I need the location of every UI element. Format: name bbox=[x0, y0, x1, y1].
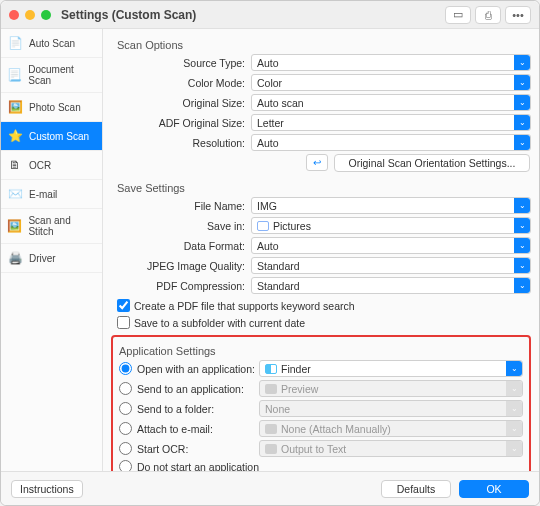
open-with-select[interactable]: Finder⌄ bbox=[259, 360, 523, 377]
source-type-select[interactable]: Auto⌄ bbox=[251, 54, 531, 71]
finder-icon bbox=[265, 364, 277, 374]
sidebar-item-driver[interactable]: 🖨️ Driver bbox=[1, 244, 102, 273]
sidebar-item-custom-scan[interactable]: ⭐ Custom Scan bbox=[1, 122, 102, 151]
chevron-down-icon: ⌄ bbox=[506, 401, 522, 416]
app-settings-title: Application Settings bbox=[119, 341, 523, 360]
send-folder-radio[interactable] bbox=[119, 402, 132, 415]
minimize-icon[interactable] bbox=[25, 10, 35, 20]
jpeg-quality-label: JPEG Image Quality: bbox=[111, 260, 251, 272]
ocr-icon: 🗎 bbox=[7, 157, 23, 173]
send-folder-label: Send to a folder: bbox=[137, 403, 214, 415]
data-format-label: Data Format: bbox=[111, 240, 251, 252]
original-size-select[interactable]: Auto scan⌄ bbox=[251, 94, 531, 111]
mail-icon bbox=[265, 424, 277, 434]
document-scan-icon: 📃 bbox=[7, 67, 22, 83]
send-app-label: Send to an application: bbox=[137, 383, 244, 395]
adf-size-label: ADF Original Size: bbox=[111, 117, 251, 129]
sidebar: 📄 Auto Scan 📃 Document Scan 🖼️ Photo Sca… bbox=[1, 29, 103, 471]
chevron-down-icon: ⌄ bbox=[514, 135, 530, 150]
subfolder-checkbox[interactable] bbox=[117, 316, 130, 329]
titlebar: Settings (Custom Scan) ▭ ⎙ ••• bbox=[1, 1, 539, 29]
chevron-down-icon: ⌄ bbox=[514, 258, 530, 273]
open-with-radio[interactable] bbox=[119, 362, 132, 375]
chevron-down-icon: ⌄ bbox=[514, 278, 530, 293]
reset-icon[interactable]: ↩︎ bbox=[306, 154, 328, 171]
custom-scan-icon: ⭐ bbox=[7, 128, 23, 144]
subfolder-label: Save to a subfolder with current date bbox=[134, 317, 305, 329]
sidebar-item-document-scan[interactable]: 📃 Document Scan bbox=[1, 58, 102, 93]
preview-icon bbox=[265, 384, 277, 394]
scan-options-title: Scan Options bbox=[111, 35, 531, 54]
color-mode-select[interactable]: Color⌄ bbox=[251, 74, 531, 91]
start-ocr-radio[interactable] bbox=[119, 442, 132, 455]
stitch-icon: 🖼️ bbox=[7, 218, 22, 234]
auto-scan-icon: 📄 bbox=[7, 35, 23, 51]
save-in-label: Save in: bbox=[111, 220, 251, 232]
application-settings-box: Application Settings Open with an applic… bbox=[111, 335, 531, 471]
pdf-compression-label: PDF Compression: bbox=[111, 280, 251, 292]
save-settings-title: Save Settings bbox=[111, 178, 531, 197]
sidebar-item-label: Scan and Stitch bbox=[28, 215, 96, 237]
sidebar-item-label: Custom Scan bbox=[29, 131, 89, 142]
sidebar-item-scan-stitch[interactable]: 🖼️ Scan and Stitch bbox=[1, 209, 102, 244]
send-folder-select: None⌄ bbox=[259, 400, 523, 417]
sidebar-item-photo-scan[interactable]: 🖼️ Photo Scan bbox=[1, 93, 102, 122]
toolbar-more-icon[interactable]: ••• bbox=[505, 6, 531, 24]
sidebar-item-email[interactable]: ✉️ E-mail bbox=[1, 180, 102, 209]
footer: Instructions Defaults OK bbox=[1, 471, 539, 505]
pdf-keyword-label: Create a PDF file that supports keyword … bbox=[134, 300, 355, 312]
instructions-button[interactable]: Instructions bbox=[11, 480, 83, 498]
main-panel: Scan Options Source Type: Auto⌄ Color Mo… bbox=[103, 29, 539, 471]
attach-email-label: Attach to e-mail: bbox=[137, 423, 213, 435]
source-type-label: Source Type: bbox=[111, 57, 251, 69]
chevron-down-icon: ⌄ bbox=[506, 421, 522, 436]
chevron-down-icon: ⌄ bbox=[514, 238, 530, 253]
zoom-icon[interactable] bbox=[41, 10, 51, 20]
folder-icon bbox=[257, 221, 269, 231]
resolution-select[interactable]: Auto⌄ bbox=[251, 134, 531, 151]
chevron-down-icon: ⌄ bbox=[514, 75, 530, 90]
file-name-label: File Name: bbox=[111, 200, 251, 212]
sidebar-item-label: OCR bbox=[29, 160, 51, 171]
photo-scan-icon: 🖼️ bbox=[7, 99, 23, 115]
orientation-settings-button[interactable]: Original Scan Orientation Settings... bbox=[334, 154, 530, 172]
attach-email-radio[interactable] bbox=[119, 422, 132, 435]
ok-button[interactable]: OK bbox=[459, 480, 529, 498]
toolbar-print-icon[interactable]: ⎙ bbox=[475, 6, 501, 24]
window-controls bbox=[9, 10, 51, 20]
do-not-start-label: Do not start an application bbox=[137, 461, 259, 472]
email-icon: ✉️ bbox=[7, 186, 23, 202]
sidebar-item-auto-scan[interactable]: 📄 Auto Scan bbox=[1, 29, 102, 58]
adf-size-select[interactable]: Letter⌄ bbox=[251, 114, 531, 131]
save-in-select[interactable]: Pictures⌄ bbox=[251, 217, 531, 234]
sidebar-item-label: Driver bbox=[29, 253, 56, 264]
sidebar-item-ocr[interactable]: 🗎 OCR bbox=[1, 151, 102, 180]
sidebar-item-label: E-mail bbox=[29, 189, 57, 200]
do-not-start-radio[interactable] bbox=[119, 460, 132, 471]
open-with-label: Open with an application: bbox=[137, 363, 255, 375]
driver-icon: 🖨️ bbox=[7, 250, 23, 266]
chevron-down-icon: ⌄ bbox=[506, 361, 522, 376]
chevron-down-icon: ⌄ bbox=[506, 381, 522, 396]
sidebar-item-label: Photo Scan bbox=[29, 102, 81, 113]
chevron-down-icon: ⌄ bbox=[514, 55, 530, 70]
file-name-input[interactable]: IMG⌄ bbox=[251, 197, 531, 214]
pdf-keyword-checkbox[interactable] bbox=[117, 299, 130, 312]
send-app-select: Preview⌄ bbox=[259, 380, 523, 397]
sidebar-item-label: Document Scan bbox=[28, 64, 96, 86]
settings-window: Settings (Custom Scan) ▭ ⎙ ••• 📄 Auto Sc… bbox=[0, 0, 540, 506]
start-ocr-label: Start OCR: bbox=[137, 443, 188, 455]
chevron-down-icon: ⌄ bbox=[514, 115, 530, 130]
jpeg-quality-select[interactable]: Standard⌄ bbox=[251, 257, 531, 274]
window-title: Settings (Custom Scan) bbox=[61, 8, 196, 22]
send-app-radio[interactable] bbox=[119, 382, 132, 395]
color-mode-label: Color Mode: bbox=[111, 77, 251, 89]
attach-email-select: None (Attach Manually)⌄ bbox=[259, 420, 523, 437]
close-icon[interactable] bbox=[9, 10, 19, 20]
toolbar-scan-icon[interactable]: ▭ bbox=[445, 6, 471, 24]
defaults-button[interactable]: Defaults bbox=[381, 480, 451, 498]
text-icon bbox=[265, 444, 277, 454]
data-format-select[interactable]: Auto⌄ bbox=[251, 237, 531, 254]
chevron-down-icon: ⌄ bbox=[506, 441, 522, 456]
pdf-compression-select[interactable]: Standard⌄ bbox=[251, 277, 531, 294]
